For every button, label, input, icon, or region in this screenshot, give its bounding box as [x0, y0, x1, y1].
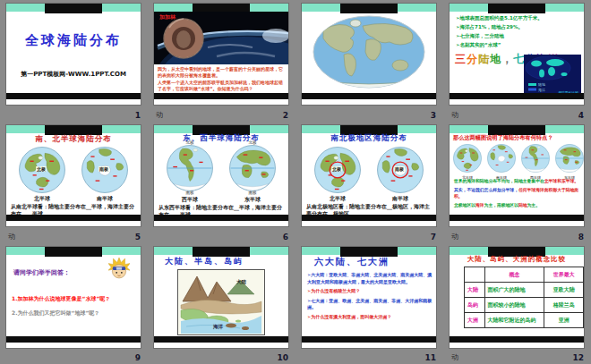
slide-body-text: 因为，从太空中看到的地球，是一个蔚蓝的十分美丽的星球，它的表面积大部分被海水覆盖…	[158, 66, 286, 93]
slide-cell-5: 南、北半球海陆分布 北极 南极 北半球 南半球 从南北半球看：陆地主要分布在__…	[0, 122, 148, 243]
slide-cell-1: 全球海陆分布 第一PPT模板网-WWW.1PPT.COM 1	[0, 0, 148, 122]
animation-indicator: 动	[451, 232, 458, 241]
legend-land-label: 陆地	[538, 82, 545, 87]
text-segment: 北半球和东半球。	[544, 179, 578, 183]
slide-cell-11: 六大陆、七大洲 ➢六大陆：亚欧大陆、非洲大陆、北美洲大陆、南美洲大陆、澳大利亚大…	[296, 243, 443, 364]
slide-thumbnail-6[interactable]: 东、西半球海陆分布 北极 北极 南极 南极 西半球 东半球 从东西半球看：陆地主…	[154, 125, 288, 226]
template-black-bar	[154, 93, 288, 99]
slide-thumbnail-3[interactable]	[302, 4, 436, 105]
slide-number: 2	[283, 111, 288, 120]
north-pole-label: 北极	[36, 166, 47, 172]
map-caption-west: 西半球	[167, 196, 213, 204]
slide-cell-12: 大陆、岛屿、大洲的概念比较 概念 世界最大 大陆 面积广大的陆地 亚欧大陆 岛屿…	[443, 243, 591, 364]
text-segment: 海洋	[475, 203, 484, 207]
slide-title: 全球海陆分布	[6, 32, 141, 49]
slide-thumbnail-9[interactable]: 请同学们举手回答： 1.加加林为什么说地球更像是“水球”呢？ 2.为什么我们又把…	[6, 247, 141, 348]
south-hemisphere-map: 南半球	[486, 144, 517, 180]
table-cell: 亚欧大陆	[544, 283, 584, 298]
slide-cell-3: 3	[296, 0, 443, 122]
slide-number: 12	[572, 353, 584, 362]
bullet-list: ➢地球表面总面积约是5.1亿平方千米。 ➢海洋占71%，陆地占29%。 ➢七分海…	[456, 14, 580, 50]
four-hemisphere-maps: 北半球 南半球 西半球 东半球	[452, 144, 584, 180]
south-pole-label: 南极	[394, 166, 405, 172]
column-header: 概念	[484, 267, 544, 283]
animation-indicator: 动	[156, 110, 163, 120]
template-black-bar	[302, 336, 436, 343]
template-black-bar	[154, 215, 288, 221]
rainbow-char: 分	[467, 53, 478, 65]
conclusion-line: 北极地区以海洋为主，南极地区以陆地为主。	[454, 203, 581, 209]
slide-cell-6: 东、西半球海陆分布 北极 北极 南极 南极 西半球 东半球 从东西半球看：陆地主…	[148, 122, 296, 243]
table-row: 岛屿 面积较小的陆地 格陵兰岛	[465, 298, 584, 313]
slide-thumbnail-10[interactable]: 大陆、半岛、岛屿 大陆 海洋	[154, 247, 288, 348]
template-black-bar	[6, 336, 141, 343]
conclusion-line: 其实，不论我们怎么样划分半球，任何半球海洋面积都大于陆地面积。	[454, 188, 581, 200]
prompt-text: 请同学们举手回答：	[13, 268, 70, 277]
east-hemisphere-map	[229, 145, 276, 191]
slide-thumbnail-1[interactable]: 全球海陆分布 第一PPT模板网-WWW.1PPT.COM	[6, 4, 141, 105]
bullet-item: ➢名副其实的“水球”	[456, 41, 580, 50]
question-2: 2.为什么我们又把它叫做“地球”呢？	[12, 309, 138, 317]
slide-number: 8	[578, 233, 584, 241]
table-cell: 格陵兰岛	[544, 298, 584, 313]
row-label: 大洲	[465, 313, 485, 328]
map-caption-east: 东半球	[229, 196, 276, 204]
slide-thumbnail-8[interactable]: 那么这两幅图说明了海陆分布有何特点？ 北半球 南半球 西半球 东半球 世界的海洋…	[450, 125, 584, 226]
table-header-row: 概念 世界最大	[465, 267, 584, 283]
bullet-item: ➢为什么没有格陵兰大陆？	[307, 288, 433, 295]
conclusion-text: 世界的海洋和陆地分布不均匀，陆地主要集中在北半球和东半球。 其实，不论我们怎么样…	[454, 179, 581, 212]
rainbow-char: 地	[490, 53, 501, 65]
cartoon-character-icon	[108, 258, 130, 279]
bullet-item: ➢地球表面总面积约是5.1亿平方千米。	[456, 14, 580, 23]
continent-label: 大陆	[236, 279, 246, 285]
slide-thumbnail-2[interactable]: 加加林 因为，从太空中看到的地球，是一个蔚蓝的十分美丽的星球，它的表面积大部分被…	[154, 4, 288, 105]
bullet-item: ➢七大洲：亚洲、欧洲、北美洲、南美洲、非洲、大洋洲和南极洲。	[307, 298, 433, 311]
world-map-image	[311, 13, 427, 90]
row-label: 岛屿	[465, 298, 485, 313]
slide-thumbnail-5[interactable]: 南、北半球海陆分布 北极 南极 北半球 南半球 从南北半球看：陆地主要分布在__…	[6, 125, 141, 226]
column-header: 世界最大	[544, 267, 584, 283]
template-black-bar	[6, 93, 141, 99]
slide-thumbnail-11[interactable]: 六大陆、七大洲 ➢六大陆：亚欧大陆、非洲大陆、北美洲大陆、南美洲大陆、澳大利亚大…	[302, 247, 436, 348]
slide-title: 南北极地区海陆分布	[302, 133, 436, 144]
table-row: 大洲 大陆和它附近的岛屿 亚洲	[465, 313, 584, 328]
row-label: 大陆	[465, 283, 485, 298]
slide-thumbnail-4[interactable]: ➢地球表面总面积约是5.1亿平方千米。 ➢海洋占71%，陆地占29%。 ➢七分海…	[450, 4, 584, 105]
template-credit-text: 第一PPT模板网-WWW.1PPT.COM	[6, 70, 141, 79]
table-cell: 大陆和它附近的岛屿	[484, 313, 544, 328]
template-top-notch	[45, 247, 102, 257]
template-top-notch	[488, 4, 545, 13]
slide-cell-4: ➢地球表面总面积约是5.1亿平方千米。 ➢海洋占71%，陆地占29%。 ➢七分海…	[443, 0, 591, 122]
bullet-item: ➢六大陆：亚欧大陆、非洲大陆、北美洲大陆、南美洲大陆、澳大利亚大陆和南极洲大陆，…	[307, 272, 433, 285]
template-black-bar	[450, 336, 584, 343]
slide-cell-7: 南北极地区海陆分布 北极 南极 北半球 南半球 从南北极地区看：陆地主要分布在_…	[296, 122, 443, 243]
table-cell: 亚洲	[544, 313, 584, 328]
slide-number: 7	[431, 233, 436, 241]
slide-thumbnail-12[interactable]: 大陆、岛屿、大洲的概念比较 概念 世界最大 大陆 面积广大的陆地 亚欧大陆 岛屿…	[450, 247, 584, 348]
south-hemisphere-map: 南极	[81, 147, 128, 193]
rainbow-char: 三	[455, 53, 467, 65]
south-pole-label: 南极	[167, 190, 213, 195]
slide-number: 3	[431, 111, 436, 120]
north-hemisphere-map: 北极	[19, 147, 65, 193]
question-1: 1.加加林为什么说地球更像是“水球”呢？	[12, 295, 138, 303]
north-polar-map: 北极	[314, 147, 361, 193]
legend-sea-label: 海洋	[538, 88, 545, 92]
slide-thumbnail-7[interactable]: 南北极地区海陆分布 北极 南极 北半球 南半球 从南北极地区看：陆地主要分布在_…	[302, 125, 436, 226]
north-pole-label: 北极	[331, 166, 342, 172]
bullet-item: ➢海洋占71%，陆地占29%。	[456, 23, 580, 32]
west-hemisphere-map: 西半球	[520, 144, 551, 180]
table-row: 大陆 面积广大的陆地 亚欧大陆	[465, 283, 584, 298]
rainbow-char: ，	[501, 53, 513, 65]
template-black-bar	[302, 93, 436, 99]
east-hemisphere-map: 东半球	[554, 144, 584, 180]
bullet-list: ➢六大陆：亚欧大陆、非洲大陆、北美洲大陆、南美洲大陆、澳大利亚大陆和南极洲大陆，…	[307, 272, 433, 323]
template-black-bar	[450, 215, 584, 221]
slide-title: 南、北半球海陆分布	[6, 134, 141, 145]
slide-number: 9	[135, 353, 141, 362]
text-segment: 为主。	[527, 203, 540, 207]
slide-cell-9: 请同学们举手回答： 1.加加林为什么说地球更像是“水球”呢？ 2.为什么我们又把…	[0, 243, 148, 364]
slide-number: 11	[424, 353, 436, 362]
template-top-notch	[340, 4, 398, 13]
south-pole-label: 南极	[229, 190, 276, 195]
